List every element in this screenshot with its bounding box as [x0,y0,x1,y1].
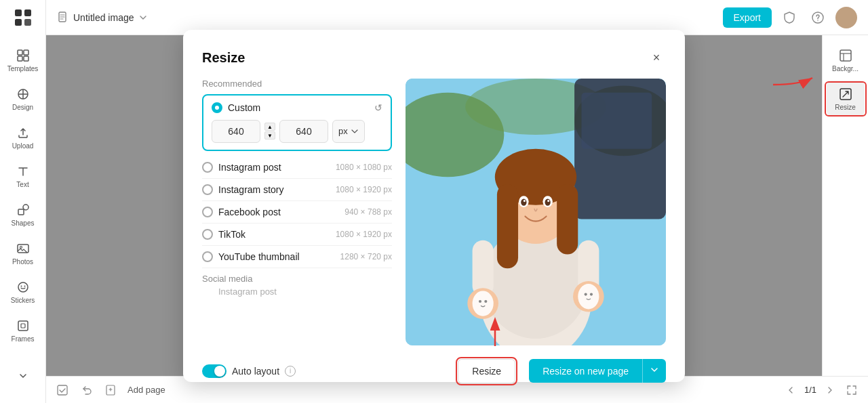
youtube-thumbnail-option[interactable]: YouTube thumbnail 1280 × 720 px [202,246,392,268]
right-panel: Backgr... Resize [822,35,868,403]
add-page-icon[interactable] [103,382,119,398]
modal-title: Resize [202,50,245,66]
unit-selector[interactable]: px [332,120,365,143]
svg-rect-5 [24,50,28,55]
next-page-icon[interactable] [822,382,838,398]
sidebar-item-design[interactable]: Design [4,81,42,116]
resize-new-page-chevron-button[interactable] [642,359,666,383]
user-avatar[interactable] [835,7,857,28]
full-screen-icon[interactable] [844,382,860,398]
instagram-post-label: Instagram post [218,162,330,173]
templates-icon [15,47,31,64]
preview-image [406,79,666,345]
youtube-thumbnail-radio[interactable] [202,251,213,262]
svg-rect-4 [18,50,22,55]
sidebar-item-text[interactable]: Text [4,158,42,194]
facebook-post-size: 940 × 788 px [344,207,392,217]
facebook-post-radio[interactable] [202,207,213,217]
svg-rect-37 [497,184,518,268]
undo-icon[interactable] [79,382,95,398]
custom-label: Custom [228,102,369,113]
resize-button[interactable]: Resize [458,359,515,383]
instagram-post-radio[interactable] [202,162,213,173]
svg-point-52 [578,284,599,309]
bottom-bar-right: 1/1 [783,382,860,398]
svg-rect-9 [18,209,24,215]
svg-rect-24 [58,385,67,395]
modal-body: Recommended Custom ↺ ▲ ▼ [202,79,666,345]
title-dropdown-icon[interactable] [138,13,148,22]
right-panel-item-background[interactable]: Backgr... [827,42,865,78]
width-input[interactable] [212,120,260,143]
design-label: Design [12,104,33,111]
sidebar-expand-btn[interactable] [4,362,42,391]
modal-footer: Auto layout i [202,359,666,383]
help-icon-button[interactable] [807,7,829,28]
sidebar-item-photos[interactable]: Photos [4,235,42,271]
recommended-label: Recommended [202,79,392,89]
instagram-story-radio[interactable] [202,184,213,195]
height-input[interactable] [279,120,328,143]
frames-icon [15,318,31,334]
instagram-story-option[interactable]: Instagram story 1080 × 1920 px [202,179,392,201]
sidebar-item-templates[interactable]: Templates [4,42,42,78]
save-status-icon [54,382,71,398]
svg-rect-2 [15,19,22,26]
modal-overlay: Resize × Recommended Custom ↺ [46,35,822,376]
shield-icon-button[interactable] [778,7,800,28]
instagram-story-label: Instagram story [218,184,330,195]
svg-rect-38 [557,184,578,254]
svg-rect-16 [18,321,28,331]
svg-point-20 [817,20,818,20]
chevron-down-icon [15,368,31,384]
auto-layout-switch[interactable] [202,364,226,378]
add-page-label[interactable]: Add page [127,385,165,395]
document-title-area: Untitled image [57,12,148,24]
svg-point-50 [484,299,487,302]
design-icon [15,86,31,102]
svg-point-10 [23,205,28,210]
modal-close-button[interactable]: × [647,49,666,68]
unit-chevron-icon [351,127,359,135]
right-panel-item-resize[interactable]: Resize [827,81,865,116]
stickers-icon [15,279,31,295]
instagram-post-option[interactable]: Instagram post 1080 × 1080 px [202,156,392,179]
photos-icon [15,240,31,257]
svg-rect-0 [15,9,22,16]
facebook-post-label: Facebook post [218,207,339,217]
unit-value: px [338,126,348,136]
sidebar-item-frames[interactable]: Frames [4,312,42,348]
left-sidebar: Templates Design Upload [0,0,46,403]
resize-modal: Resize × Recommended Custom ↺ [183,30,685,382]
custom-radio[interactable] [212,102,222,113]
document-icon [57,12,69,24]
svg-point-53 [585,293,587,295]
modal-options-panel: Recommended Custom ↺ ▲ ▼ [202,79,392,345]
resize-new-page-button[interactable]: Resize on new page [529,359,642,383]
svg-point-42 [545,198,550,205]
export-button[interactable]: Export [723,7,772,28]
svg-rect-11 [18,245,28,253]
frames-label: Frames [12,335,35,343]
sidebar-item-shapes[interactable]: Shapes [4,196,42,232]
width-up-btn[interactable]: ▲ [264,123,275,131]
text-icon [15,163,31,179]
svg-rect-21 [840,50,851,61]
shapes-icon [15,202,31,218]
svg-point-43 [524,200,526,202]
app-logo[interactable] [11,5,35,30]
tiktok-radio[interactable] [202,229,213,240]
header-right: Export [723,7,857,28]
auto-layout-info-icon[interactable]: i [285,366,296,377]
tiktok-option[interactable]: TikTok 1080 × 1920 px [202,224,392,246]
svg-point-13 [18,282,28,292]
prev-page-icon[interactable] [783,382,799,398]
instagram-story-size: 1080 × 1920 px [336,185,392,194]
width-down-btn[interactable]: ▼ [264,131,275,140]
sidebar-item-stickers[interactable]: Stickers [4,274,42,310]
facebook-post-option[interactable]: Facebook post 940 × 788 px [202,201,392,224]
refresh-icon[interactable]: ↺ [374,102,382,113]
custom-option[interactable]: Custom ↺ ▲ ▼ px [202,94,392,151]
modal-preview-panel [406,79,666,345]
sidebar-item-upload[interactable]: Upload [4,119,42,155]
